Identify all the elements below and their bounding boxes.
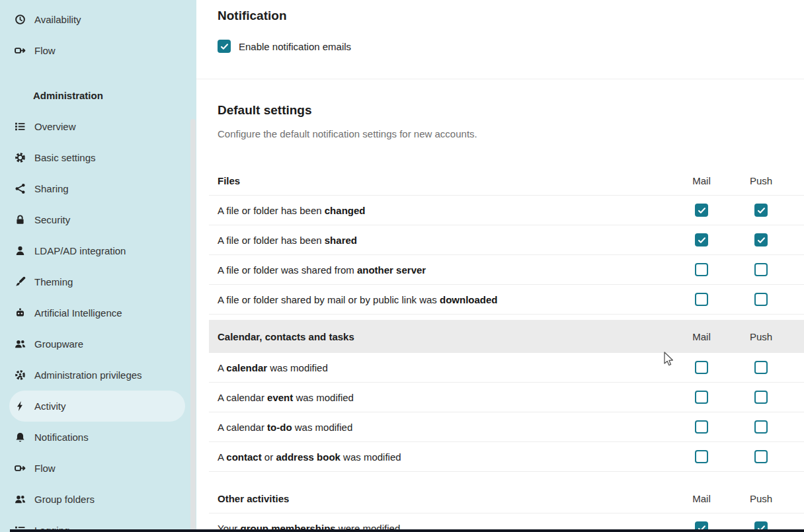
sidebar-item-label: Flow xyxy=(34,45,56,56)
sidebar-item-label: Administration privileges xyxy=(34,369,142,381)
person-icon xyxy=(15,245,26,256)
push-checkbox[interactable] xyxy=(754,420,768,434)
enable-notification-emails-checkbox[interactable]: Enable notification emails xyxy=(218,40,351,53)
activity-label: A file or folder has been changed xyxy=(209,205,672,216)
mail-checkbox[interactable] xyxy=(695,204,708,217)
table-row: A file or folder shared by mail or by pu… xyxy=(209,285,804,315)
sidebar-item-basic-settings[interactable]: Basic settings xyxy=(0,142,196,173)
sidebar-item-group-folders[interactable]: Group folders xyxy=(0,484,196,515)
sidebar-item-activity[interactable]: Activity xyxy=(9,391,185,422)
notification-settings-table: FilesMailPushA file or folder has been c… xyxy=(209,166,804,532)
push-column-header: Push xyxy=(731,175,791,186)
robot-icon xyxy=(15,307,26,319)
sidebar-item-label: Theming xyxy=(34,276,73,287)
table-section-header: FilesMailPush xyxy=(209,166,804,196)
push-column-header: Push xyxy=(731,493,791,504)
activity-label: A calendar to-do was modified xyxy=(209,422,672,433)
list-icon xyxy=(15,121,26,132)
default-settings-heading: Default settings xyxy=(196,79,804,118)
table-row: A contact or address book was modified xyxy=(209,442,804,472)
people-icon xyxy=(15,494,26,505)
sidebar-item-label: Overview xyxy=(34,121,76,132)
settings-sidebar: AvailabilityFlowAdministrationOverviewBa… xyxy=(0,0,196,532)
mail-checkbox[interactable] xyxy=(695,420,708,434)
mail-column-header: Mail xyxy=(672,175,731,186)
gear-person-icon xyxy=(15,369,26,381)
sidebar-item-label: Sharing xyxy=(34,183,69,194)
mail-column-header: Mail xyxy=(672,331,731,342)
sidebar-item-ldap-ad-integration[interactable]: LDAP/AD integration xyxy=(0,235,196,266)
mail-checkbox[interactable] xyxy=(695,293,708,306)
window-bottom-edge xyxy=(10,529,804,532)
default-settings-description: Configure the default notification setti… xyxy=(218,128,804,141)
table-row: A calendar was modified xyxy=(209,353,804,383)
sidebar-item-label: Artificial Intelligence xyxy=(34,307,122,319)
sidebar-item-label: Security xyxy=(34,214,70,225)
table-row: A calendar to-do was modified xyxy=(209,412,804,442)
bell-icon xyxy=(15,432,26,443)
people-icon xyxy=(15,338,26,350)
sidebar-item-sharing[interactable]: Sharing xyxy=(0,173,196,204)
mail-checkbox[interactable] xyxy=(695,450,708,463)
sidebar-item-notifications[interactable]: Notifications xyxy=(0,422,196,453)
sidebar-scrollbar[interactable] xyxy=(190,119,196,532)
sidebar-item-label: Availability xyxy=(34,14,81,25)
sidebar-section-header: Administration xyxy=(0,80,196,111)
sidebar-item-label: Groupware xyxy=(34,338,83,350)
enable-emails-checkbox[interactable] xyxy=(218,40,231,53)
share-icon xyxy=(15,183,26,194)
activity-label: A calendar was modified xyxy=(209,362,672,373)
notification-heading: Notification xyxy=(196,0,804,24)
push-column-header: Push xyxy=(731,331,791,342)
sidebar-item-theming[interactable]: Theming xyxy=(0,266,196,297)
table-row: A file or folder was shared from another… xyxy=(209,255,804,285)
sidebar-item-administration-privileges[interactable]: Administration privileges xyxy=(0,360,196,391)
table-row: A calendar event was modified xyxy=(209,383,804,412)
sidebar-item-label: Notifications xyxy=(34,432,89,443)
push-checkbox[interactable] xyxy=(754,361,768,374)
settings-content: Notification Enable notification emails … xyxy=(196,0,804,532)
sidebar-item-groupware[interactable]: Groupware xyxy=(0,328,196,360)
sidebar-item-label: Basic settings xyxy=(34,152,96,163)
sidebar-item-flow[interactable]: Flow xyxy=(0,453,196,484)
sidebar-item-artificial-intelligence[interactable]: Artificial Intelligence xyxy=(0,297,196,328)
mail-column-header: Mail xyxy=(672,493,731,504)
section-title: Calendar, contacts and tasks xyxy=(209,331,672,342)
section-title: Files xyxy=(209,175,672,186)
bolt-icon xyxy=(15,400,26,412)
sidebar-item-label: Group folders xyxy=(34,494,95,505)
mail-checkbox[interactable] xyxy=(695,361,708,374)
gear-icon xyxy=(15,152,26,163)
sidebar-item-availability[interactable]: Availability xyxy=(0,4,196,35)
lock-icon xyxy=(15,214,26,225)
table-row: A file or folder has been changed xyxy=(209,196,804,225)
section-title: Other activities xyxy=(209,493,672,504)
sidebar-item-flow[interactable]: Flow xyxy=(0,35,196,66)
flow-icon xyxy=(15,45,26,56)
sidebar-nav: AvailabilityFlowAdministrationOverviewBa… xyxy=(0,0,196,532)
sidebar-item-overview[interactable]: Overview xyxy=(0,111,196,142)
table-row: A file or folder has been shared xyxy=(209,225,804,255)
brush-icon xyxy=(15,276,26,287)
table-section-header: Calendar, contacts and tasksMailPush xyxy=(209,320,804,353)
push-checkbox[interactable] xyxy=(754,391,768,404)
flow-icon xyxy=(15,463,26,474)
checkbox-slot xyxy=(218,40,231,53)
activity-label: A contact or address book was modified xyxy=(209,451,672,463)
sidebar-item-label: Flow xyxy=(34,463,56,474)
sidebar-item-label: LDAP/AD integration xyxy=(34,245,126,256)
activity-label: A file or folder was shared from another… xyxy=(209,264,672,276)
sidebar-item-label: Activity xyxy=(34,400,66,412)
mail-checkbox[interactable] xyxy=(695,233,708,247)
mail-checkbox[interactable] xyxy=(695,391,708,404)
clock-icon xyxy=(15,14,26,25)
push-checkbox[interactable] xyxy=(754,233,768,247)
push-checkbox[interactable] xyxy=(754,293,768,306)
enable-notification-emails-label: Enable notification emails xyxy=(239,41,351,52)
activity-label: A file or folder shared by mail or by pu… xyxy=(209,294,672,305)
mail-checkbox[interactable] xyxy=(695,263,708,276)
push-checkbox[interactable] xyxy=(754,204,768,217)
push-checkbox[interactable] xyxy=(754,263,768,276)
push-checkbox[interactable] xyxy=(754,450,768,463)
sidebar-item-security[interactable]: Security xyxy=(0,204,196,235)
